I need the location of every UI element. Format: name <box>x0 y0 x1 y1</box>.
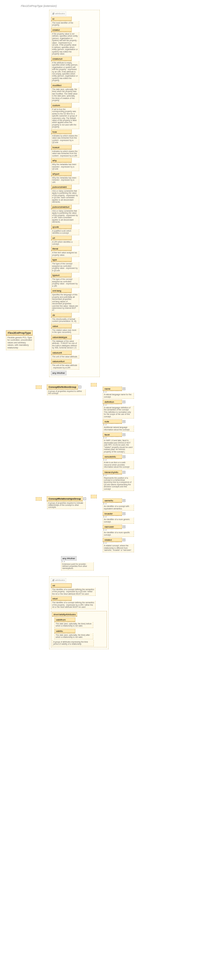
attr-doc: The unit of the value attribute. <box>51 355 79 358</box>
attr-item: dirThe directionality of textual content… <box>51 313 98 323</box>
rel-children: sameAs+0..∞An identifier of a concept wi… <box>103 498 134 552</box>
attributes-header: ▦ attributes <box>51 12 66 16</box>
expand-icon[interactable]: + <box>123 455 125 458</box>
expand-icon[interactable]: + <box>123 539 125 541</box>
attr-pubconstrainturi: pubconstrainturi <box>51 205 72 209</box>
attr-item: creatorIf the property value is not defi… <box>51 28 98 56</box>
attr-doc: A qualified code which identifies a conc… <box>51 229 79 235</box>
element-hierarchyInfo: hierarchyInfo <box>103 470 122 474</box>
attr-uri: uri <box>51 236 72 240</box>
expand-icon[interactable]: + <box>123 387 125 390</box>
attr-doc: The directionality of textual content (e… <box>51 317 79 323</box>
element-doc: An identifier of a more generic concept. <box>103 518 134 524</box>
child-item: validtoThe date (and, optionally, the ti… <box>54 629 106 640</box>
element-doc: An identifier of a concept with equivale… <box>103 504 134 511</box>
attr-item: whyuriWhy the metadata has been included… <box>51 172 98 184</box>
attr-typeuri: typeuri <box>51 273 72 277</box>
attr-whyuri: whyuri <box>51 172 72 176</box>
attributes-header-text: attributes <box>55 12 65 15</box>
attr-item: creatoruriIf the attribute is empty, spe… <box>51 57 98 83</box>
expand-icon[interactable]: − <box>79 386 81 388</box>
attributes-header-2: ▦ attributes <box>51 578 66 582</box>
element-remoteInfo: remoteInfo <box>103 455 122 459</box>
attr-doc: If the attribute is empty, specifies whi… <box>51 61 79 83</box>
attr-doc: The related value (see more in the spec … <box>51 328 79 334</box>
attr-item: valueThe related value (see more in the … <box>51 324 98 334</box>
attr-doc: Indicates by which means the value was e… <box>51 134 79 145</box>
element-doc: A related concept, where the relationshi… <box>103 544 134 552</box>
attr-item: uriA URI which identifies a concept. <box>51 236 98 246</box>
element-doc: Additional natural language information … <box>103 426 134 431</box>
element-related: related <box>103 538 122 542</box>
element-narrower: narrower <box>103 525 122 529</box>
expand-icon[interactable]: + <box>123 512 125 515</box>
attr-xml-lang: xml:lang <box>51 288 72 293</box>
attr-type: type <box>51 258 72 262</box>
expand-icon[interactable]: + <box>123 525 125 528</box>
attr-doc: The datatype of the value attribute – it… <box>51 339 79 350</box>
attr-doc: The identifier of a concept defining the… <box>51 588 95 596</box>
attr-doc: If the property value is not defined, sp… <box>51 32 79 56</box>
expand-icon[interactable]: + <box>123 471 125 474</box>
sequence-icon <box>91 383 97 387</box>
element-doc: A link to an item or a web resource whic… <box>103 461 134 469</box>
attr-doc: The type of the concept assigned as cont… <box>51 262 79 272</box>
element-note: note <box>103 419 122 424</box>
attr-valuedatatype: valuedatatype <box>51 335 72 339</box>
attr-item: customIf set to true the corresponding p… <box>51 103 98 129</box>
element-name: name <box>103 387 122 391</box>
attr-item: pubconstrainturiOne or many constraints … <box>51 205 98 224</box>
attr-why: why <box>51 158 72 163</box>
attr-item: xml:langSpecifies the language of this p… <box>51 288 98 312</box>
attr-doc: Specifies the language of this property … <box>51 293 79 312</box>
attr-doc: A free-text value assigned as property v… <box>51 251 79 257</box>
attr-id: id <box>51 17 72 21</box>
attr-doc: Indicates by which means the value was e… <box>51 150 79 158</box>
attr-item: howIndicates by which means the value wa… <box>51 130 98 145</box>
expand-icon[interactable]: + <box>123 420 125 423</box>
attr-reluri: reluri <box>51 597 72 601</box>
attr-item: valueunituriThe unit of the value attrib… <box>51 359 98 369</box>
attributes-header-2-text: attributes <box>55 579 65 582</box>
attr-item: typeuriThe type of the concept assigned … <box>51 273 98 288</box>
attributes-block-1: ▦ attributes idThe local identifier of t… <box>49 10 100 377</box>
child-item: facet+0..∞In NAR 1.8 and later, facet is… <box>103 433 134 453</box>
child-item: name+0..∞A natural language name for the… <box>103 387 134 399</box>
concept-relationships-doc: A group of properties required to indica… <box>47 501 86 509</box>
attr-doc: The date (and, optionally, the time) whe… <box>51 88 79 103</box>
attr-doc: The date (and, optionally, the time) aft… <box>54 633 93 640</box>
attr-doc: A URI which identifies a concept. <box>51 240 79 246</box>
attr-pubconstraint: pubconstraint <box>51 185 72 189</box>
attr-item: reluriThe identifier of a concept defini… <box>51 597 107 609</box>
attr-doc: The identifier of a concept defining the… <box>51 601 95 609</box>
attr-doc: Why the metadata has been included - exp… <box>51 176 79 184</box>
element-sameAs: sameAs <box>103 498 122 503</box>
attr-doc: If set to true the corresponding propert… <box>51 108 79 129</box>
attr-qcode: qcode <box>51 225 72 229</box>
attr-creatoruri: creatoruri <box>51 57 72 61</box>
attr-validfrom: validfrom <box>54 617 75 622</box>
root-type-doc: Flexible generic PCL-Type for controlled… <box>6 336 34 350</box>
attr-item: valuedatatypeThe datatype of the value a… <box>51 335 98 350</box>
expand-icon[interactable]: + <box>123 401 125 403</box>
root-type: Flex2ExtPropType Flexible generic PCL-Ty… <box>6 330 34 350</box>
expand-icon[interactable]: + <box>123 499 125 502</box>
any-other-attr: any ##other <box>51 371 98 375</box>
element-doc: A natural language definition of the sem… <box>103 406 134 418</box>
attr-item: idThe local identifier of the property. <box>51 17 98 27</box>
expand-icon[interactable]: − <box>83 498 86 500</box>
attr-modified: modified <box>51 83 72 88</box>
concept-definition-doc: A group of properties required to define… <box>47 390 86 395</box>
child-item: note+0..∞Additional natural language inf… <box>103 419 134 431</box>
def-children: name+0..∞A natural language name for the… <box>103 387 134 491</box>
expand-icon[interactable]: + <box>123 433 125 436</box>
attr-valueunituri: valueunituri <box>51 359 72 364</box>
attr-doc: The date (and, optionally, the time) bef… <box>54 622 93 628</box>
attr-creator: creator <box>51 28 72 32</box>
any-other-box: any ##other <box>51 371 66 375</box>
child-item: sameAs+0..∞An identifier of a concept wi… <box>103 498 134 511</box>
child-item: validfromThe date (and, optionally, the … <box>54 617 106 628</box>
attr-value: value <box>51 324 72 328</box>
attr-howuri: howuri <box>51 145 72 150</box>
time-validity-doc: A group of attributes expressing the tim… <box>52 640 94 646</box>
